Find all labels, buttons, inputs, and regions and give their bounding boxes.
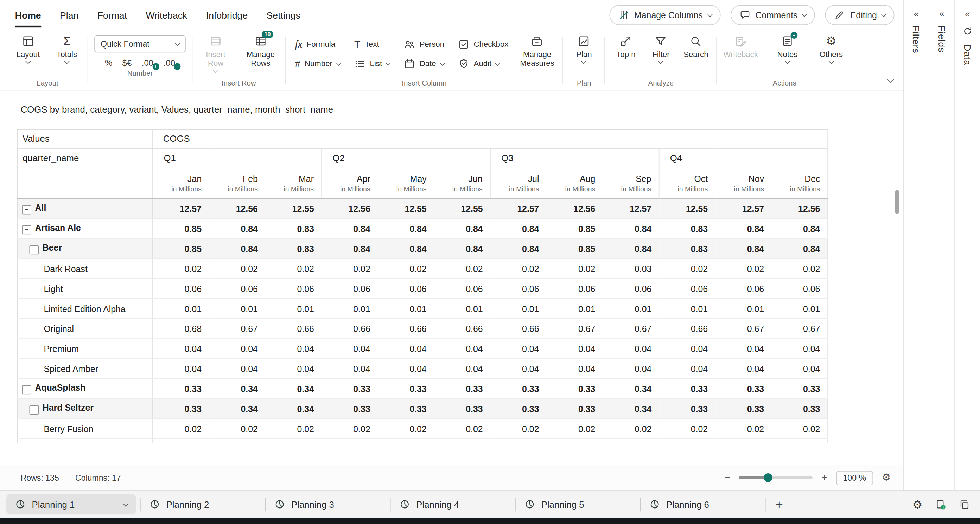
- cell[interactable]: 0.66: [659, 319, 716, 339]
- cell[interactable]: 0.33: [434, 399, 490, 419]
- manage-rows-button[interactable]: 10 Manage Rows: [242, 35, 278, 68]
- row-label-cell[interactable]: −Artisan Ale: [17, 218, 153, 239]
- cell[interactable]: 0.84: [209, 218, 265, 239]
- collapse-toggle[interactable]: −: [22, 385, 31, 395]
- increase-decimal-button[interactable]: .00+: [142, 58, 153, 68]
- cell[interactable]: 0.34: [603, 379, 659, 399]
- cell[interactable]: 0.84: [716, 218, 772, 239]
- cell[interactable]: 0.66: [434, 319, 490, 339]
- new-sheet-icon[interactable]: [935, 499, 946, 510]
- plan-button[interactable]: Plan: [570, 35, 598, 63]
- sheet-tab-planning-3[interactable]: Planning 3: [266, 491, 390, 518]
- cell[interactable]: 0.01: [547, 298, 603, 319]
- search-button[interactable]: Search: [682, 35, 711, 59]
- cell[interactable]: 0.68: [153, 319, 209, 339]
- cell[interactable]: 0.33: [378, 399, 434, 419]
- cell[interactable]: 0.03: [378, 438, 434, 443]
- cell[interactable]: 0.85: [153, 218, 209, 239]
- data-panel-strip[interactable]: « Data: [955, 0, 980, 490]
- copy-sheets-icon[interactable]: [959, 499, 970, 510]
- cell[interactable]: 0.02: [603, 419, 659, 439]
- cell[interactable]: 12.57: [490, 199, 547, 218]
- cell[interactable]: 0.01: [434, 298, 490, 319]
- cell[interactable]: 0.04: [659, 358, 716, 379]
- checkbox-column-button[interactable]: Checkbox: [455, 35, 511, 54]
- cell[interactable]: 0.84: [434, 239, 490, 259]
- cell[interactable]: 0.84: [603, 218, 659, 239]
- cell[interactable]: 0.33: [716, 399, 772, 419]
- cell[interactable]: 0.04: [209, 358, 265, 379]
- sheet-tab-planning-2[interactable]: Planning 2: [141, 491, 265, 518]
- add-sheet-button[interactable]: +: [776, 498, 783, 511]
- data-panel-label[interactable]: Data: [962, 45, 973, 65]
- cell[interactable]: 0.06: [378, 279, 434, 299]
- cell[interactable]: 0.02: [265, 419, 321, 439]
- menu-item-infobridge[interactable]: Infobridge: [206, 2, 248, 27]
- cell[interactable]: 0.84: [209, 239, 265, 259]
- cell[interactable]: 0.04: [434, 358, 490, 379]
- cell[interactable]: 12.55: [378, 199, 434, 218]
- cell[interactable]: 0.03: [659, 438, 716, 443]
- cell[interactable]: 0.84: [378, 239, 434, 259]
- cell[interactable]: 0.33: [659, 379, 716, 399]
- cell[interactable]: 0.04: [321, 358, 378, 379]
- others-button[interactable]: ⚙ Others: [817, 35, 846, 63]
- filters-panel-strip[interactable]: « Filters: [903, 0, 929, 490]
- cell[interactable]: 0.03: [603, 259, 659, 279]
- row-label-cell[interactable]: −Beer: [17, 239, 153, 259]
- cell[interactable]: 0.04: [153, 358, 209, 379]
- cell[interactable]: 0.84: [772, 218, 828, 239]
- filters-panel-label[interactable]: Filters: [911, 26, 922, 54]
- expand-data-icon[interactable]: «: [965, 9, 970, 18]
- cell[interactable]: 0.67: [209, 319, 265, 339]
- date-column-button[interactable]: Date: [401, 54, 447, 73]
- cell[interactable]: 0.33: [659, 399, 716, 419]
- row-label-cell[interactable]: −All: [17, 199, 153, 218]
- cell[interactable]: 0.06: [490, 279, 547, 299]
- cell[interactable]: 0.01: [772, 298, 828, 319]
- cell[interactable]: 0.02: [547, 419, 603, 439]
- cell[interactable]: 0.02: [659, 419, 716, 439]
- cell[interactable]: 0.04: [321, 339, 378, 358]
- cell[interactable]: 0.06: [321, 279, 378, 299]
- cell[interactable]: 0.02: [209, 419, 265, 439]
- cell[interactable]: 0.34: [265, 379, 321, 399]
- zoom-level[interactable]: 100 %: [836, 470, 873, 485]
- collapse-toggle[interactable]: −: [30, 245, 39, 255]
- cell[interactable]: 0.33: [490, 379, 547, 399]
- cell[interactable]: 0.04: [603, 358, 659, 379]
- cell[interactable]: 0.04: [772, 339, 828, 358]
- cell[interactable]: 0.85: [153, 239, 209, 259]
- cell[interactable]: 0.34: [209, 379, 265, 399]
- cell[interactable]: 0.01: [378, 298, 434, 319]
- cell[interactable]: 0.33: [378, 379, 434, 399]
- cell[interactable]: 0.01: [321, 298, 378, 319]
- cell[interactable]: 0.01: [659, 298, 716, 319]
- writeback-button[interactable]: Writeback: [724, 35, 758, 59]
- collapse-toggle[interactable]: −: [30, 405, 39, 415]
- cell[interactable]: 0.33: [716, 379, 772, 399]
- cell[interactable]: 0.02: [153, 259, 209, 279]
- cell[interactable]: 0.02: [321, 419, 378, 439]
- menu-item-settings[interactable]: Settings: [267, 2, 301, 27]
- cell[interactable]: 0.85: [547, 239, 603, 259]
- cell[interactable]: 0.02: [716, 259, 772, 279]
- cell[interactable]: 0.04: [716, 339, 772, 358]
- refresh-icon[interactable]: [962, 26, 973, 37]
- cell[interactable]: 0.04: [378, 339, 434, 358]
- cell[interactable]: 0.66: [490, 319, 547, 339]
- cell[interactable]: 0.83: [265, 239, 321, 259]
- cell[interactable]: 0.34: [209, 399, 265, 419]
- cell[interactable]: 0.33: [321, 399, 378, 419]
- row-label-cell[interactable]: Original: [17, 319, 153, 339]
- menu-item-format[interactable]: Format: [97, 2, 127, 27]
- zoom-slider-knob[interactable]: [764, 473, 773, 482]
- cell[interactable]: 0.04: [265, 358, 321, 379]
- cell[interactable]: 0.01: [490, 298, 547, 319]
- cell[interactable]: 12.55: [265, 199, 321, 218]
- zoom-out-button[interactable]: −: [724, 473, 730, 483]
- cell[interactable]: 0.02: [772, 419, 828, 439]
- gear-icon[interactable]: ⚙: [912, 498, 923, 511]
- audit-column-button[interactable]: Audit: [455, 54, 511, 73]
- cell[interactable]: 12.57: [716, 199, 772, 218]
